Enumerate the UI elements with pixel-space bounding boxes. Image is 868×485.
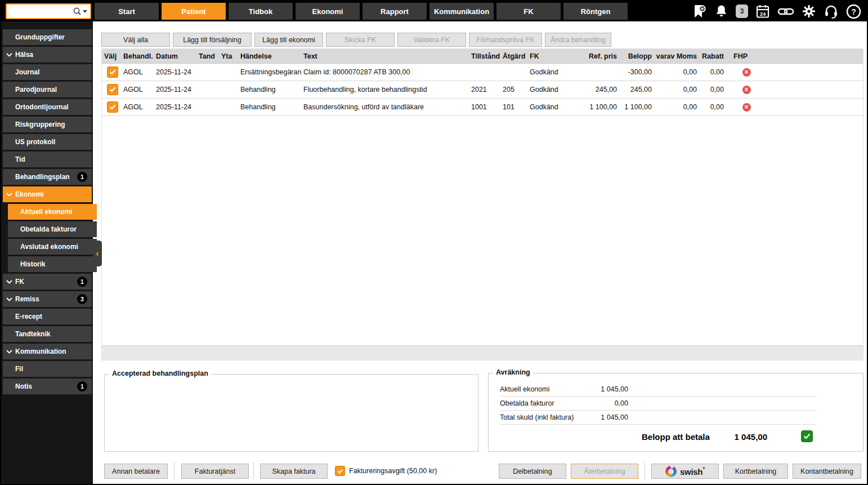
notification-badge: 1 (77, 381, 87, 391)
andra-behandling-button[interactable]: Ändra behandling (545, 33, 611, 47)
remove-row-icon[interactable] (742, 86, 751, 94)
sidebar-item-kommunikation[interactable]: Kommunikation (3, 344, 92, 359)
global-search[interactable] (6, 3, 91, 19)
tab-rapport[interactable]: Rapport (363, 3, 427, 20)
economy-table: Välj Behandl. Datum Tand Yta Händelse Te… (101, 48, 863, 361)
lagg-till-forsaljning-button[interactable]: Lägg till försäljning (173, 33, 252, 47)
sidebar-item-us-protokoll[interactable]: US protokoll (3, 134, 92, 150)
patient-search-icon[interactable] (692, 4, 707, 19)
swish-button[interactable]: swish (651, 464, 719, 479)
tab-rontgen[interactable]: Röntgen (563, 3, 628, 20)
chevron-down-icon (6, 350, 12, 354)
notification-badge: 1 (77, 172, 87, 182)
sidebar-item-notis[interactable]: Notis 1 (3, 379, 92, 394)
table-row[interactable]: AGOL 2025-11-24 Behandling Basundersökni… (102, 99, 863, 116)
notifications-bell-icon[interactable] (714, 4, 728, 19)
sidebar-item-halsa[interactable]: Hälsa (3, 47, 92, 63)
skicka-fk-button[interactable]: Skicka FK (326, 33, 395, 47)
messages-icon[interactable]: 3 (736, 5, 748, 18)
row-checkbox[interactable] (107, 84, 118, 95)
lagg-till-ekonomi-button[interactable]: Lägg till ekonomi (254, 33, 323, 47)
sidebar: Grunduppgifter Hälsa Journal Parodjourna… (1, 21, 93, 484)
calendar-icon[interactable]: 24 (755, 4, 770, 19)
sidebar-item-avslutad-ekonomi[interactable]: Avslutad ekonomi (8, 239, 97, 255)
skapa-faktura-button[interactable]: Skapa faktura (260, 464, 328, 479)
invoice-fee-label: Faktureringsavgift (50,00 kr) (349, 467, 437, 475)
search-icon[interactable] (73, 7, 82, 16)
delbetalning-button[interactable]: Delbetalning (499, 464, 566, 479)
app-window: Start Patient Tidbok Ekonomi Rapport Kom… (0, 0, 868, 485)
panel-title: Accepterad behandlingsplan (109, 370, 211, 377)
panel-title: Avräkning (493, 368, 533, 376)
remove-row-icon[interactable] (742, 103, 751, 112)
settlement-row: Total skuld (inkl faktura) 1 045,00 (500, 411, 817, 425)
annan-betalare-button[interactable]: Annan betalare (104, 464, 168, 479)
sidebar-item-journal[interactable]: Journal (3, 64, 92, 80)
aterbetalning-button[interactable]: Återbetalning (571, 464, 638, 479)
tab-kommunikation[interactable]: Kommunikation (429, 3, 494, 20)
tab-tidbok[interactable]: Tidbok (229, 3, 293, 20)
settlement-row: Obetalda fakturor 0,00 (500, 397, 817, 411)
validera-fk-button[interactable]: Validera FK (397, 33, 466, 47)
notification-badge: 1 (77, 277, 87, 287)
sidebar-item-remiss[interactable]: Remiss 3 (3, 291, 92, 307)
sidebar-collapse-handle[interactable]: ‹ (93, 241, 102, 266)
amount-to-pay-value: 1 045,00 (722, 432, 767, 442)
divider (174, 462, 175, 480)
sidebar-item-tid[interactable]: Tid (3, 152, 92, 167)
settlement-panel: Avräkning Aktuell ekonomi 1 045,00 Obeta… (488, 373, 863, 452)
sidebar-item-riskgruppering[interactable]: Riskgruppering (3, 117, 92, 132)
swish-label: swish (680, 466, 705, 477)
kontantbetalning-button[interactable]: Kontantbetalning (793, 464, 861, 479)
settlement-row: Aktuell ekonomi 1 045,00 (500, 382, 817, 397)
horizontal-scrollbar[interactable] (102, 345, 863, 360)
table-header-row: Välj Behandl. Datum Tand Yta Händelse Te… (102, 49, 863, 64)
amount-confirm-checkbox[interactable] (801, 430, 813, 442)
chevron-down-icon (6, 297, 12, 301)
kortbetalning-button[interactable]: Kortbetalning (723, 464, 788, 479)
main-tabs: Start Patient Tidbok Ekonomi Rapport Kom… (95, 3, 628, 20)
main-content: Välj alla Lägg till försäljning Lägg til… (93, 21, 867, 484)
table-row[interactable]: AGOL 2025-11-24 Behandling Fluorbehandli… (102, 81, 863, 99)
sidebar-item-parodjournal[interactable]: Parodjournal (3, 82, 92, 97)
search-input[interactable] (10, 7, 73, 16)
search-dropdown-icon[interactable] (83, 10, 87, 13)
messages-count-badge: 3 (740, 8, 744, 15)
remove-row-icon[interactable] (742, 68, 751, 77)
chevron-down-icon (6, 53, 12, 57)
notification-badge: 3 (77, 294, 87, 304)
settings-gear-icon[interactable] (802, 4, 816, 19)
sidebar-item-fil[interactable]: Fil (3, 361, 92, 377)
sidebar-item-grunduppgifter[interactable]: Grunduppgifter (3, 29, 92, 45)
sidebar-item-ekonomi[interactable]: Ekonomi (3, 186, 92, 202)
settlement-rows: Aktuell ekonomi 1 045,00 Obetalda faktur… (500, 382, 817, 425)
action-toolbar: Välj alla Lägg till försäljning Lägg til… (101, 33, 611, 47)
svg-text:?: ? (851, 7, 856, 16)
help-icon[interactable]: ? (846, 4, 861, 19)
tab-fk[interactable]: FK (496, 3, 561, 20)
tab-patient[interactable]: Patient (162, 3, 226, 20)
row-checkbox[interactable] (107, 66, 118, 78)
invoice-fee-checkbox[interactable] (335, 466, 345, 476)
accepted-treatment-plan-panel: Accepterad behandlingsplan (104, 374, 478, 452)
forhandsprova-fk-button[interactable]: Förhandspröva FK (469, 33, 542, 47)
fakturatjanst-button[interactable]: Fakturatjänst (181, 464, 249, 479)
tab-start[interactable]: Start (95, 3, 159, 20)
support-headset-icon[interactable] (824, 4, 839, 19)
sidebar-item-historik[interactable]: Historik (8, 256, 97, 272)
sidebar-item-e-recept[interactable]: E-recept (3, 309, 92, 324)
sidebar-item-tandteknik[interactable]: Tandteknik (3, 326, 92, 342)
svg-text:24: 24 (760, 10, 766, 16)
swish-logo-icon (665, 466, 677, 477)
table-row[interactable]: AGOL 2025-11-24 Ersättningsbegäran Claim… (102, 64, 863, 81)
row-checkbox[interactable] (107, 101, 118, 113)
sidebar-item-fk[interactable]: FK 1 (3, 274, 92, 290)
tab-ekonomi[interactable]: Ekonomi (296, 3, 360, 20)
valj-alla-button[interactable]: Välj alla (101, 33, 170, 47)
top-icons: 3 24 ? (692, 1, 861, 21)
sidebar-item-ortodontijournal[interactable]: Ortodontijournal (3, 99, 92, 115)
sidebar-item-obetalda-fakturor[interactable]: Obetalda fakturor (8, 221, 97, 237)
sidebar-item-aktuell-ekonomi[interactable]: Aktuell ekonomi (8, 204, 97, 220)
link-icon[interactable] (777, 4, 794, 19)
sidebar-item-behandlingsplan[interactable]: Behandlingsplan 1 (3, 169, 92, 185)
